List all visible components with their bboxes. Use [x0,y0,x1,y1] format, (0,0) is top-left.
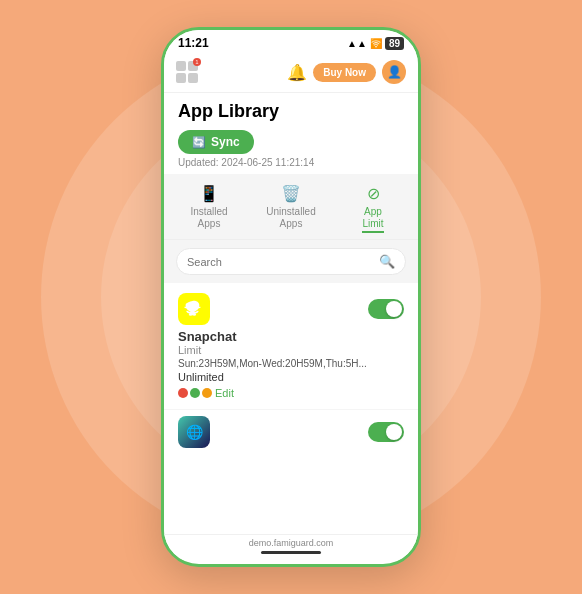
tab-uninstalled-apps[interactable]: 🗑️ UninstalledApps [250,184,332,233]
tab-installed-apps[interactable]: 📱 InstalledApps [168,184,250,233]
buy-now-button[interactable]: Buy Now [313,63,376,82]
list-item: Snapchat Limit Sun:23H59M,Mon-Wed:20H59M… [164,283,418,410]
phone-frame: 11:21 ▲▲ 🛜 89 1 🔔 Buy Now 👤 [161,27,421,567]
wifi-icon: 🛜 [370,38,382,49]
unlimited-text: Unlimited [178,371,404,383]
home-bar [261,551,321,554]
installed-apps-icon: 📱 [199,184,219,203]
uninstalled-apps-icon: 🗑️ [281,184,301,203]
status-time: 11:21 [178,36,209,50]
tabs-bar: 📱 InstalledApps 🗑️ UninstalledApps ⊘ App… [164,174,418,240]
search-input[interactable] [187,256,373,268]
edit-link[interactable]: Edit [215,387,234,399]
search-icon: 🔍 [379,254,395,269]
edit-icons [178,388,212,398]
app-name: Snapchat [178,329,404,344]
sync-button[interactable]: 🔄 Sync [178,130,254,154]
sync-section: 🔄 Sync Updated: 2024-06-25 11:21:14 [164,126,418,174]
dot-green [190,388,200,398]
search-box: 🔍 [176,248,406,275]
avatar-icon: 👤 [387,65,402,79]
snapchat-toggle[interactable] [368,299,404,319]
status-bar: 11:21 ▲▲ 🛜 89 [164,30,418,54]
uninstalled-apps-label: UninstalledApps [266,206,315,230]
snapchat-icon [178,293,210,325]
signal-icon: ▲▲ [347,38,367,49]
installed-apps-label: InstalledApps [190,206,227,230]
battery-indicator: 89 [385,37,404,50]
app-list: Snapchat Limit Sun:23H59M,Mon-Wed:20H59M… [164,283,418,534]
sync-icon: 🔄 [192,136,206,149]
search-section: 🔍 [164,240,418,283]
updated-text: Updated: 2024-06-25 11:21:14 [178,157,404,168]
avatar[interactable]: 👤 [382,60,406,84]
edit-row: Edit [178,387,404,399]
partial-app-toggle[interactable] [368,422,404,442]
grid-menu-icon[interactable]: 1 [176,61,198,83]
bell-icon[interactable]: 🔔 [287,63,307,82]
tab-app-limit[interactable]: ⊘ AppLimit [332,184,414,233]
schedule-value: Sun:23H59M,Mon-Wed:20H59M,Thu:5H... [178,358,404,369]
phone-footer: demo.famiguard.com [164,534,418,560]
page-title: App Library [164,93,418,126]
app-header: 1 🔔 Buy Now 👤 [164,54,418,93]
dot-orange [202,388,212,398]
toggle-knob [386,424,402,440]
status-icons: ▲▲ 🛜 89 [347,37,404,50]
footer-domain: demo.famiguard.com [249,538,334,548]
list-item: 🌐 [164,410,418,454]
notification-badge: 1 [193,58,201,66]
app-limit-icon: ⊘ [367,184,380,203]
toggle-knob [386,301,402,317]
dot-red [178,388,188,398]
partial-app-icon: 🌐 [178,416,210,448]
app-limit-label: AppLimit [362,206,383,233]
sync-label: Sync [211,135,240,149]
limit-label: Limit [178,344,404,356]
